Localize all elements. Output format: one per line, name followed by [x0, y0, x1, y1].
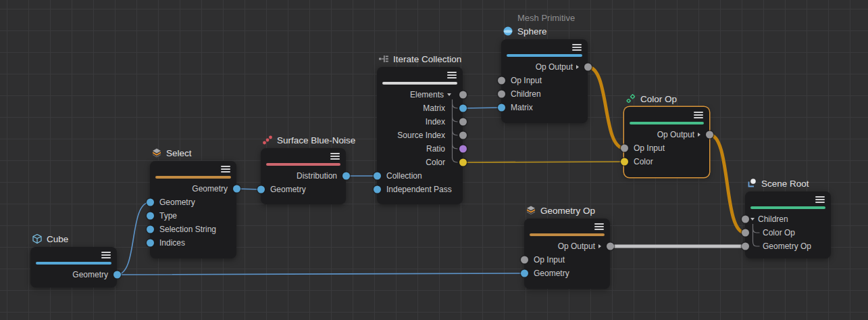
node-color-bar [266, 163, 340, 166]
sphere-icon [503, 26, 513, 37]
wire-sphere-to-color-op[interactable] [588, 67, 624, 148]
port-dot[interactable] [257, 186, 265, 193]
node-title-scene-root: Scene Root [746, 177, 809, 189]
port-geometry-in: Geometry [261, 183, 346, 196]
menu-icon[interactable] [694, 112, 703, 118]
node-title-color-op: Color Op [626, 93, 677, 105]
menu-icon[interactable] [447, 72, 457, 78]
port-dot[interactable] [706, 131, 713, 139]
menu-icon[interactable] [815, 196, 825, 203]
node-color-bar [155, 176, 231, 179]
port-op-output-out: Op Output [501, 60, 588, 74]
port-dot[interactable] [521, 256, 528, 264]
port-dot[interactable] [147, 199, 154, 206]
node-select[interactable]: Geometry Geometry Type Selection String … [150, 161, 236, 258]
menu-icon[interactable] [594, 223, 604, 230]
node-editor-canvas[interactable]: { "canvas": { "background": "#2f2f30", "… [0, 0, 868, 320]
wire-color-op-to-scene-root[interactable] [709, 135, 745, 233]
collapse-triangle-icon[interactable] [750, 218, 755, 221]
node-title-select: Select [151, 147, 192, 159]
port-geometry-op-in: Geometry Op [745, 239, 831, 253]
port-dot[interactable] [374, 186, 381, 193]
port-color-op-in: Color Op [745, 226, 831, 239]
node-cube[interactable]: Geometry [30, 247, 117, 288]
node-color-bar [36, 262, 111, 265]
port-source-index-out: Source Index [377, 129, 463, 142]
menu-icon[interactable] [101, 252, 111, 258]
port-dot[interactable] [459, 145, 467, 153]
expand-triangle-icon[interactable] [598, 244, 601, 248]
port-dot[interactable] [459, 118, 467, 126]
port-geometry-in: Geometry [524, 267, 610, 280]
node-geometry-op[interactable]: Op Output Op Input Geometry [524, 219, 610, 289]
port-color-out: Color [377, 156, 463, 169]
node-color-op[interactable]: Op Output Op Input Color [624, 107, 709, 177]
select-icon [151, 147, 162, 158]
menu-icon[interactable] [572, 44, 582, 51]
port-dot[interactable] [621, 145, 628, 152]
iterate-collection-icon [378, 53, 389, 64]
node-title-geometry-op: Geometry Op [526, 204, 595, 216]
port-index-out: Index [377, 115, 463, 129]
port-dot[interactable] [742, 216, 749, 223]
port-dot[interactable] [742, 243, 749, 250]
node-title-sphere: Sphere [503, 25, 547, 37]
port-dot[interactable] [147, 212, 154, 220]
port-collection-in: Collection [377, 169, 463, 183]
port-op-output-out: Op Output [624, 128, 709, 141]
port-dot[interactable] [584, 64, 592, 71]
port-dot[interactable] [459, 91, 467, 99]
port-dot[interactable] [498, 91, 505, 98]
collapse-triangle-icon[interactable] [447, 93, 451, 96]
port-dot[interactable] [374, 173, 381, 180]
color-op-icon [626, 93, 636, 104]
port-dot[interactable] [113, 271, 121, 279]
port-dot[interactable] [621, 158, 628, 166]
port-elements-out: Elements [377, 88, 463, 101]
scene-root-icon [746, 178, 757, 189]
node-color-bar [630, 122, 704, 124]
node-sphere[interactable]: Op Output Op Input Children Matrix [501, 39, 588, 123]
port-dot[interactable] [498, 104, 505, 112]
port-dot[interactable] [233, 185, 240, 193]
port-matrix-out: Matrix [377, 101, 463, 115]
port-geometry-out: Geometry [30, 268, 117, 281]
port-children-in: Children [745, 212, 831, 226]
port-op-output-out: Op Output [524, 239, 610, 253]
node-surface-blue-noise[interactable]: Distribution Geometry [261, 148, 346, 204]
port-op-input-in: Op Input [624, 141, 709, 155]
port-color-in: Color [624, 155, 709, 168]
port-children-in: Children [501, 87, 588, 101]
port-matrix-in: Matrix [501, 101, 588, 114]
node-scene-root[interactable]: Children Color Op Geometry Op [745, 191, 831, 258]
wire-cube-to-select[interactable] [117, 202, 150, 275]
port-dot[interactable] [742, 229, 749, 237]
port-dot[interactable] [342, 173, 350, 180]
port-dot[interactable] [147, 226, 154, 233]
node-iterate-collection[interactable]: Elements Matrix Index Source Index Ratio… [377, 67, 463, 204]
expand-triangle-icon[interactable] [576, 65, 579, 69]
port-distribution-out: Distribution [261, 169, 346, 183]
node-title-surface-blue-noise: Surface Blue-Noise [262, 134, 355, 146]
wire-cube-to-geometry-op[interactable] [117, 273, 524, 275]
node-title-cube: Cube [32, 233, 68, 245]
expand-triangle-icon[interactable] [698, 133, 700, 137]
port-dot[interactable] [521, 270, 528, 277]
port-dot[interactable] [607, 243, 614, 250]
port-op-input-in: Op Input [524, 253, 610, 267]
wire-iterate-color-to-color-op[interactable] [463, 162, 624, 162]
menu-icon[interactable] [330, 153, 340, 160]
node-context-label: Mesh Primitive [517, 13, 575, 24]
port-dot[interactable] [498, 77, 505, 85]
menu-icon[interactable] [221, 166, 230, 173]
port-selection-string-in: Selection String [150, 223, 236, 236]
wire-iterate-matrix-to-sphere-matrix[interactable] [463, 108, 501, 108]
port-ratio-out: Ratio [377, 142, 463, 156]
cube-icon [32, 233, 43, 244]
port-geometry-out: Geometry [150, 182, 236, 196]
port-dot[interactable] [459, 132, 467, 139]
port-dot[interactable] [459, 159, 467, 166]
port-dot[interactable] [459, 105, 467, 112]
node-color-bar [530, 233, 605, 236]
port-dot[interactable] [147, 239, 154, 247]
